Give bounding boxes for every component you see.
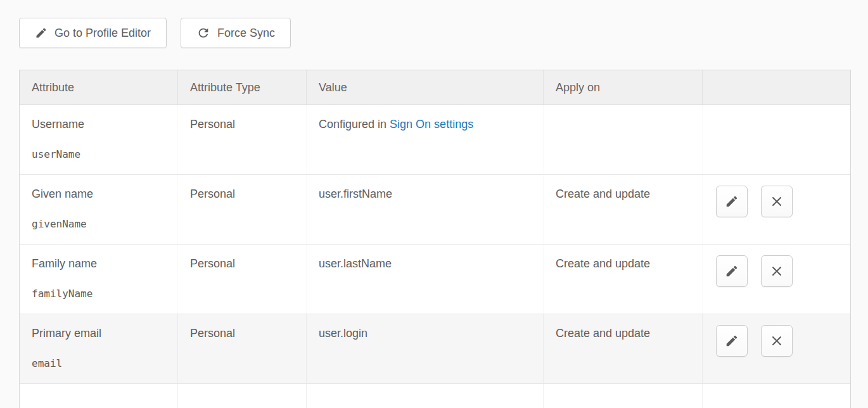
value-cell: Configured in Sign On settings <box>307 105 544 174</box>
table-row: Username userName Personal Configured in… <box>20 105 850 175</box>
attribute-cell: Given name givenName <box>20 175 178 244</box>
apply-on-cell <box>544 105 703 174</box>
close-icon <box>769 333 784 348</box>
actions-cell <box>703 314 850 383</box>
attribute-label: Given name <box>32 187 165 201</box>
attribute-variable-name: familyName <box>32 286 165 301</box>
go-to-profile-editor-button[interactable]: Go to Profile Editor <box>19 18 167 48</box>
force-sync-label: Force Sync <box>217 27 275 40</box>
attribute-label: Username <box>32 117 165 132</box>
attribute-label: Primary email <box>32 326 165 341</box>
pencil-icon <box>725 334 739 348</box>
force-sync-button[interactable]: Force Sync <box>181 18 291 48</box>
refresh-icon <box>196 26 210 40</box>
remove-attribute-button[interactable] <box>761 255 793 287</box>
toolbar: Go to Profile Editor Force Sync <box>19 18 291 48</box>
apply-on-cell: Create and update <box>544 245 703 314</box>
header-apply-on: Apply on <box>544 70 703 105</box>
attribute-variable-name: email <box>32 356 165 371</box>
table-row: Family name familyName Personal user.las… <box>20 245 850 314</box>
actions-cell <box>703 175 850 244</box>
attribute-variable-name: givenName <box>32 217 165 231</box>
attribute-cell: Primary email email <box>20 314 178 383</box>
attribute-type-cell: Personal <box>178 314 307 383</box>
actions-cell <box>703 245 850 314</box>
header-actions <box>703 70 850 105</box>
attribute-type-cell: Personal <box>178 175 307 244</box>
table-row: Given name givenName Personal user.first… <box>20 175 850 245</box>
attribute-mappings-page: Go to Profile Editor Force Sync Attribut… <box>0 0 868 408</box>
header-attribute: Attribute <box>20 70 178 105</box>
attribute-mappings-table: Attribute Attribute Type Value Apply on … <box>19 70 851 408</box>
pencil-icon <box>725 194 739 208</box>
sign-on-settings-link[interactable]: Sign On settings <box>390 118 473 131</box>
apply-on-cell: Create and update <box>544 175 703 244</box>
remove-attribute-button[interactable] <box>761 186 793 217</box>
pencil-icon <box>35 27 48 39</box>
close-icon <box>769 264 784 279</box>
edit-attribute-button[interactable] <box>716 186 748 217</box>
table-row: Primary email email Personal user.login … <box>20 314 850 384</box>
attribute-label: Family name <box>32 257 165 271</box>
go-to-profile-editor-label: Go to Profile Editor <box>54 27 151 40</box>
remove-attribute-button[interactable] <box>761 325 793 357</box>
actions-cell <box>703 105 850 174</box>
value-prefix-text: Configured in <box>319 118 390 131</box>
edit-attribute-button[interactable] <box>716 325 748 357</box>
value-cell: user.login <box>307 314 544 383</box>
attribute-type-cell: Personal <box>178 245 307 314</box>
table-row <box>20 384 850 408</box>
pencil-icon <box>725 264 739 278</box>
attribute-type-cell: Personal <box>178 105 307 174</box>
close-icon <box>769 194 784 209</box>
attribute-cell: Family name familyName <box>20 245 178 314</box>
value-cell: user.firstName <box>307 175 544 244</box>
table-header-row: Attribute Attribute Type Value Apply on <box>20 70 850 105</box>
edit-attribute-button[interactable] <box>716 255 748 287</box>
apply-on-cell: Create and update <box>544 314 703 383</box>
value-cell: user.lastName <box>307 245 544 314</box>
header-value: Value <box>307 70 544 105</box>
attribute-variable-name: userName <box>32 147 165 162</box>
attribute-cell: Username userName <box>20 105 178 174</box>
header-attribute-type: Attribute Type <box>178 70 307 105</box>
